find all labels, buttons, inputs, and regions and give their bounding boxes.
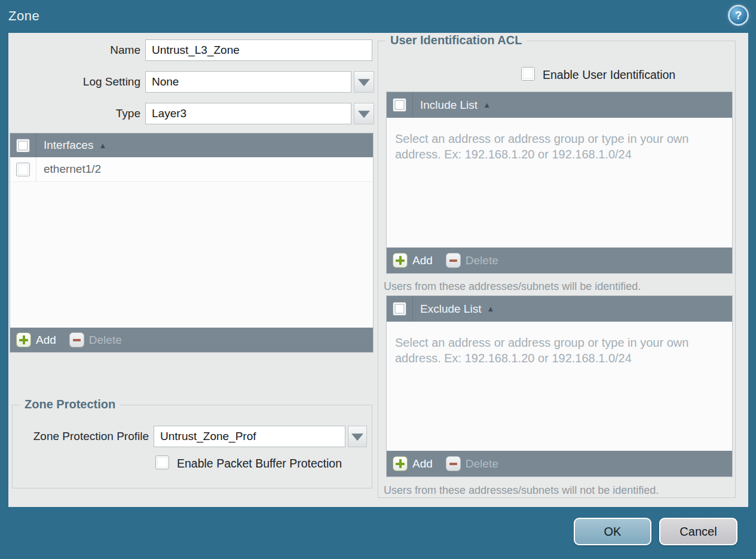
log-setting-label: Log Setting <box>8 71 140 93</box>
type-input[interactable] <box>145 103 351 124</box>
enable-user-identification-label: Enable User Identification <box>543 68 675 82</box>
interfaces-table-body: ethernet1/2 <box>10 157 373 328</box>
name-label: Name <box>8 39 140 61</box>
exclude-list-caption: Users from these addresses/subnets will … <box>384 484 659 497</box>
include-list-header-label: Include List <box>420 99 478 112</box>
interfaces-select-all-checkbox[interactable] <box>16 139 30 152</box>
log-setting-dropdown-arrow-icon[interactable] <box>354 71 374 93</box>
add-icon <box>16 332 31 347</box>
cancel-button[interactable]: Cancel <box>659 518 737 545</box>
packet-buffer-protection-label: Enable Packet Buffer Protection <box>177 457 342 471</box>
type-label: Type <box>8 103 140 124</box>
add-interface-button[interactable]: Add <box>16 332 56 347</box>
sort-asc-icon[interactable]: ▲ <box>483 100 491 109</box>
add-icon <box>393 253 408 268</box>
name-input[interactable] <box>145 39 372 61</box>
ok-button[interactable]: OK <box>574 518 651 545</box>
user-identification-legend: User Identification ACL <box>385 33 527 47</box>
packet-buffer-protection-checkbox[interactable] <box>155 456 169 469</box>
exclude-list-body[interactable]: Select an address or address group or ty… <box>387 322 732 451</box>
delete-icon <box>446 253 461 268</box>
help-icon[interactable]: ? <box>730 7 747 24</box>
zone-protection-section: Zone Protection Zone Protection Profile … <box>12 405 372 488</box>
exclude-delete-button[interactable]: Delete <box>446 456 498 471</box>
add-icon <box>393 456 408 471</box>
interfaces-toolbar: Add Delete <box>10 328 373 352</box>
log-setting-input[interactable] <box>145 71 351 93</box>
delete-icon <box>446 456 461 471</box>
interfaces-header-label: Interfaces <box>44 139 93 152</box>
include-list-caption: Users from these addresses/subnets will … <box>384 280 641 293</box>
titlebar: Zone ? <box>0 0 756 33</box>
interfaces-header: Interfaces ▲ <box>10 133 373 157</box>
sort-asc-icon[interactable]: ▲ <box>486 304 494 313</box>
dialog-body: Name Log Setting Type Interfaces ▲ ether… <box>8 33 748 507</box>
include-add-button[interactable]: Add <box>393 253 433 268</box>
include-list-panel: Include List ▲ Select an address or addr… <box>386 91 733 274</box>
zone-protection-profile-label: Zone Protection Profile <box>17 426 149 447</box>
sort-asc-icon[interactable]: ▲ <box>99 141 106 150</box>
include-list-header: Include List ▲ <box>387 92 732 118</box>
include-list-toolbar: Add Delete <box>387 248 732 273</box>
interface-name: ethernet1/2 <box>44 163 101 176</box>
interfaces-panel: Interfaces ▲ ethernet1/2 Add Delete <box>10 133 374 353</box>
include-select-all-checkbox[interactable] <box>393 98 406 112</box>
zone-dialog: Zone ? Name Log Setting Type Interfaces … <box>0 0 756 559</box>
enable-user-identification-checkbox[interactable] <box>521 67 535 81</box>
exclude-add-button[interactable]: Add <box>393 456 433 471</box>
include-delete-button[interactable]: Delete <box>446 253 498 268</box>
include-list-body[interactable]: Select an address or address group or ty… <box>387 118 732 248</box>
user-identification-section: User Identification ACL Enable User Iden… <box>378 41 736 498</box>
zone-protection-legend: Zone Protection <box>20 398 120 411</box>
delete-interface-button[interactable]: Delete <box>69 332 122 347</box>
dialog-title: Zone <box>8 8 39 24</box>
zone-protection-profile-input[interactable] <box>154 426 345 447</box>
include-list-placeholder: Select an address or address group or ty… <box>395 131 727 162</box>
delete-icon <box>69 332 84 347</box>
zone-protection-dropdown-arrow-icon[interactable] <box>348 426 367 447</box>
exclude-list-panel: Exclude List ▲ Select an address or addr… <box>386 295 733 477</box>
exclude-select-all-checkbox[interactable] <box>393 302 406 316</box>
exclude-list-header-label: Exclude List <box>420 303 481 316</box>
exclude-list-header: Exclude List ▲ <box>387 296 732 322</box>
exclude-list-placeholder: Select an address or address group or ty… <box>395 335 727 366</box>
interface-row-checkbox[interactable] <box>16 163 30 176</box>
exclude-list-toolbar: Add Delete <box>387 451 732 476</box>
table-row[interactable]: ethernet1/2 <box>10 157 373 182</box>
type-dropdown-arrow-icon[interactable] <box>354 103 374 124</box>
